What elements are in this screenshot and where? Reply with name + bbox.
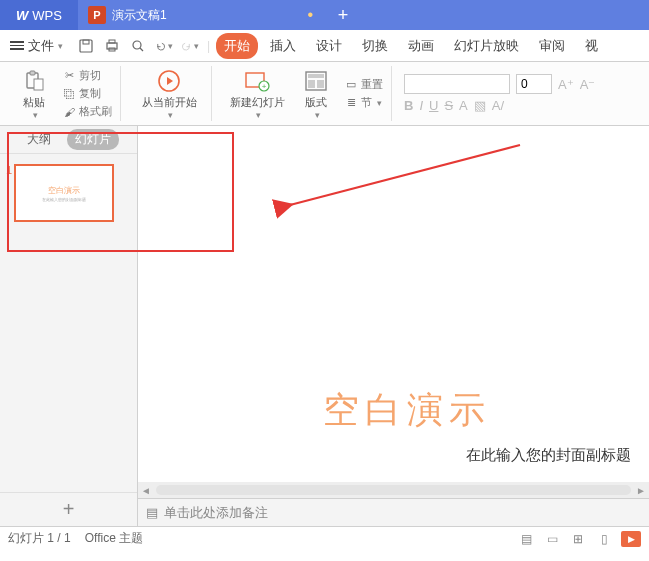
- tab-animation[interactable]: 动画: [400, 33, 442, 59]
- notes-icon: ▤: [146, 505, 158, 520]
- theme-name: Office 主题: [85, 530, 143, 547]
- slides-group: + 新建幻灯片 版式 ▭重置 ≣节: [218, 66, 392, 121]
- presentation-icon: P: [88, 6, 106, 24]
- clipboard-group: 粘贴 ✂剪切 ⿻复制 🖌格式刷: [6, 66, 121, 121]
- left-panel: 大纲 幻灯片 1 空白演示 在此输入您的封面副标题 +: [0, 126, 138, 526]
- new-tab-button[interactable]: +: [323, 0, 363, 30]
- scroll-left-icon[interactable]: ◄: [138, 485, 154, 496]
- reset-button[interactable]: ▭重置: [342, 76, 385, 93]
- thumb-number: 1: [6, 164, 12, 176]
- paste-label: 粘贴: [23, 95, 45, 110]
- paste-button[interactable]: 粘贴: [12, 66, 56, 122]
- thumb-title: 空白演示: [48, 185, 80, 196]
- document-title: 演示文稿1: [112, 7, 167, 24]
- new-slide-button[interactable]: + 新建幻灯片: [224, 66, 290, 122]
- plus-icon: +: [338, 5, 349, 26]
- titlebar-spacer: [363, 0, 649, 30]
- cut-button[interactable]: ✂剪切: [60, 67, 114, 84]
- slide-thumbnail[interactable]: 空白演示 在此输入您的封面副标题: [14, 164, 114, 222]
- clear-format-button[interactable]: A/: [492, 98, 504, 113]
- status-bar: 幻灯片 1 / 1 Office 主题 ▤ ▭ ⊞ ▯ ▶: [0, 526, 649, 550]
- slideshow-group: 从当前开始: [127, 66, 212, 121]
- notes-placeholder: 单击此处添加备注: [164, 504, 268, 522]
- tab-design[interactable]: 设计: [308, 33, 350, 59]
- section-button[interactable]: ≣节: [342, 94, 385, 111]
- horizontal-scrollbar[interactable]: ◄ ►: [138, 482, 649, 498]
- svg-rect-15: [308, 74, 324, 78]
- tab-insert[interactable]: 插入: [262, 33, 304, 59]
- print-preview-icon[interactable]: [129, 37, 147, 55]
- menu-bar: 文件 ▾ | 开始 插入 设计 切换 动画 幻灯片放映 审阅 视: [0, 30, 649, 62]
- paste-icon: [21, 68, 47, 94]
- section-icon: ≣: [344, 96, 358, 110]
- tab-transition[interactable]: 切换: [354, 33, 396, 59]
- thumbnails-list: 1 空白演示 在此输入您的封面副标题: [0, 154, 137, 492]
- layout-button[interactable]: 版式: [294, 66, 338, 122]
- slide-subtitle-text[interactable]: 在此输入您的封面副标题: [466, 446, 631, 465]
- svg-rect-9: [34, 79, 43, 90]
- font-size-input[interactable]: [516, 74, 552, 94]
- format-painter-button[interactable]: 🖌格式刷: [60, 103, 114, 120]
- from-current-label: 从当前开始: [142, 95, 197, 110]
- outline-tab[interactable]: 大纲: [19, 129, 59, 150]
- notes-bar[interactable]: ▤ 单击此处添加备注: [138, 498, 649, 526]
- svg-rect-17: [317, 80, 324, 88]
- cut-icon: ✂: [62, 69, 76, 83]
- add-slide-button[interactable]: +: [0, 492, 137, 526]
- play-icon: [156, 68, 182, 94]
- tab-slideshow[interactable]: 幻灯片放映: [446, 33, 527, 59]
- tab-view[interactable]: 视: [577, 33, 606, 59]
- slide-canvas[interactable]: 空白演示 在此输入您的封面副标题: [138, 126, 649, 482]
- new-slide-icon: +: [244, 68, 270, 94]
- hamburger-icon: [10, 39, 24, 52]
- wps-logo-icon: W: [16, 8, 28, 23]
- highlight-button[interactable]: ▧: [474, 98, 486, 113]
- underline-button[interactable]: U: [429, 98, 438, 113]
- svg-rect-16: [308, 80, 315, 88]
- font-color-button[interactable]: A: [459, 98, 468, 113]
- reading-view-icon[interactable]: ▯: [595, 530, 613, 548]
- chevron-down-icon: ▾: [58, 41, 63, 51]
- tab-start[interactable]: 开始: [216, 33, 258, 59]
- reset-icon: ▭: [344, 78, 358, 92]
- scroll-track[interactable]: [156, 485, 631, 495]
- copy-icon: ⿻: [62, 87, 76, 101]
- title-bar: W WPS P 演示文稿1 • +: [0, 0, 649, 30]
- panel-tabs: 大纲 幻灯片: [0, 126, 137, 154]
- slides-tab[interactable]: 幻灯片: [67, 129, 119, 150]
- svg-line-6: [140, 48, 143, 51]
- bold-button[interactable]: B: [404, 98, 413, 113]
- svg-text:+: +: [262, 82, 267, 91]
- strike-button[interactable]: S: [444, 98, 453, 113]
- increase-font-button[interactable]: A⁺: [558, 77, 574, 92]
- plus-icon: +: [63, 498, 75, 521]
- file-menu[interactable]: 文件 ▾: [4, 35, 69, 57]
- save-icon[interactable]: [77, 37, 95, 55]
- slideshow-button[interactable]: ▶: [621, 531, 641, 547]
- normal-view-icon[interactable]: ▭: [543, 530, 561, 548]
- scroll-right-icon[interactable]: ►: [633, 485, 649, 496]
- print-icon[interactable]: [103, 37, 121, 55]
- undo-button[interactable]: [155, 37, 173, 55]
- layout-label: 版式: [305, 95, 327, 110]
- italic-button[interactable]: I: [419, 98, 423, 113]
- decrease-font-button[interactable]: A⁻: [580, 77, 596, 92]
- wps-label: WPS: [32, 8, 62, 23]
- sorter-view-icon[interactable]: ⊞: [569, 530, 587, 548]
- wps-home-button[interactable]: W WPS: [0, 0, 78, 30]
- thumb-subtitle: 在此输入您的封面副标题: [42, 197, 86, 202]
- document-tab[interactable]: P 演示文稿1 •: [78, 0, 323, 30]
- workspace: 大纲 幻灯片 1 空白演示 在此输入您的封面副标题 + 空白演示 在此输入您的封…: [0, 126, 649, 526]
- notes-toggle-icon[interactable]: ▤: [517, 530, 535, 548]
- svg-rect-8: [30, 71, 35, 75]
- ribbon: 粘贴 ✂剪切 ⿻复制 🖌格式刷 从当前开始 + 新建幻灯片 版式 ▭重置 ≣节: [0, 62, 649, 126]
- tab-review[interactable]: 审阅: [531, 33, 573, 59]
- slide-title-text[interactable]: 空白演示: [323, 386, 491, 435]
- redo-button[interactable]: [181, 37, 199, 55]
- modified-indicator-icon: •: [307, 6, 313, 24]
- copy-button[interactable]: ⿻复制: [60, 85, 114, 102]
- font-name-input[interactable]: [404, 74, 510, 94]
- layout-icon: [303, 68, 329, 94]
- ribbon-tabs: 开始 插入 设计 切换 动画 幻灯片放映 审阅 视: [216, 33, 606, 59]
- from-current-button[interactable]: 从当前开始: [133, 66, 205, 122]
